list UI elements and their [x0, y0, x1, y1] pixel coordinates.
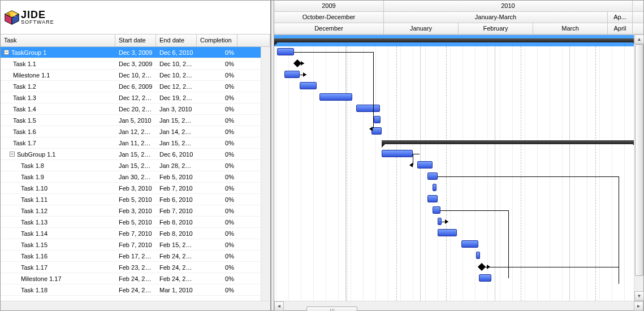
- summary-bar[interactable]: [382, 140, 636, 144]
- table-row[interactable]: Task 1.2Dec 6, 2009Dec 12, 20090%: [1, 81, 270, 92]
- timeline-cell[interactable]: February: [459, 23, 533, 34]
- cell-start: Feb 17, 2010: [115, 253, 156, 260]
- table-row[interactable]: Task 1.8Jan 15, 2010Jan 28, 20100%: [1, 160, 270, 171]
- task-bar[interactable]: [284, 71, 300, 78]
- gantt-row[interactable]: [274, 80, 643, 92]
- expander-icon[interactable]: −: [10, 152, 15, 157]
- task-bar[interactable]: [461, 240, 478, 248]
- jide-cube-icon: D E: [4, 10, 20, 25]
- table-row[interactable]: Task 1.14Feb 7, 2010Feb 8, 20100%: [1, 228, 270, 239]
- task-name: SubGroup 1.1: [17, 151, 56, 158]
- gantt-row[interactable]: [274, 92, 643, 103]
- timeline-cell[interactable]: 2009: [274, 1, 384, 11]
- table-row[interactable]: Task 1.11Feb 5, 2010Feb 6, 20100%: [1, 194, 270, 205]
- cell-start: Feb 3, 2010: [115, 208, 156, 214]
- task-bar[interactable]: [356, 105, 380, 112]
- hscrollbar-left[interactable]: [1, 301, 270, 310]
- table-row[interactable]: Milestone 1.1Dec 10, 2009Dec 10, 20090%: [1, 70, 270, 81]
- table-row[interactable]: −TaskGroup 1Dec 3, 2009Dec 6, 20100%: [1, 47, 270, 58]
- table-row[interactable]: Task 1.13Feb 5, 2010Feb 8, 20100%: [1, 217, 270, 228]
- col-extra[interactable]: [237, 34, 270, 46]
- gantt-row[interactable]: [274, 250, 643, 261]
- table-row[interactable]: Task 1.10Feb 3, 2010Feb 7, 20100%: [1, 183, 270, 194]
- cell-end: Feb 24, 2010: [156, 264, 197, 271]
- timeline-cell[interactable]: January-March: [384, 12, 608, 23]
- task-name: Task 1.3: [13, 94, 36, 101]
- table-row[interactable]: Task 1.17Feb 23, 2010Feb 24, 20100%: [1, 262, 270, 273]
- task-bar[interactable]: [438, 218, 442, 225]
- task-bar[interactable]: [427, 195, 438, 202]
- task-bar[interactable]: [319, 93, 352, 101]
- gantt-row[interactable]: [274, 148, 643, 159]
- timeline-cell[interactable]: October-December: [274, 12, 384, 23]
- task-bar[interactable]: [382, 150, 413, 157]
- table-row[interactable]: Task 1.6Jan 12, 2010Jan 14, 20100%: [1, 126, 270, 137]
- header-quarters[interactable]: October-DecemberJanuary-MarchAp...: [274, 12, 643, 23]
- table-row[interactable]: Task 1.9Jan 30, 2010Feb 5, 20100%: [1, 171, 270, 183]
- task-bar[interactable]: [374, 116, 381, 123]
- gantt-row[interactable]: [274, 216, 643, 227]
- task-bar[interactable]: [417, 161, 433, 169]
- table-row[interactable]: −SubGroup 1.1Jan 15, 2010Dec 6, 20100%: [1, 149, 270, 160]
- header-years[interactable]: 20092010: [274, 1, 643, 12]
- gantt-chart[interactable]: [274, 35, 643, 301]
- scroll-up-icon[interactable]: ▲: [634, 34, 644, 44]
- gantt-row[interactable]: [274, 193, 643, 205]
- timeline-cell[interactable]: 2010: [384, 1, 633, 11]
- task-name: Task 1.9: [21, 174, 44, 180]
- table-row[interactable]: Milestone 1.17Feb 24, 2010Feb 24, 20100%: [1, 273, 270, 284]
- task-bar[interactable]: [433, 206, 440, 214]
- gantt-row[interactable]: [274, 103, 643, 114]
- summary-bar[interactable]: [274, 38, 636, 42]
- scroll-down-icon[interactable]: ▼: [634, 291, 644, 301]
- timeline-cell[interactable]: Ap...: [608, 12, 633, 23]
- task-bar[interactable]: [300, 82, 317, 89]
- col-start[interactable]: Start date: [115, 34, 156, 46]
- scroll-left-icon[interactable]: ◄: [274, 301, 284, 311]
- gantt-row[interactable]: [274, 273, 643, 284]
- table-row[interactable]: Task 1.5Jan 5, 2010Jan 15, 20100%: [1, 115, 270, 126]
- table-row[interactable]: Task 1.18Feb 24, 2010Mar 1, 20100%: [1, 284, 270, 296]
- gantt-row[interactable]: [274, 227, 643, 239]
- expander-icon[interactable]: −: [4, 50, 9, 55]
- gantt-row[interactable]: [274, 114, 643, 126]
- vscrollbar-right[interactable]: ▲ ▼: [634, 34, 643, 301]
- table-row[interactable]: Task 1.15Feb 7, 2010Feb 15, 20100%: [1, 239, 270, 250]
- hscrollbar-right[interactable]: ◄ ►: [274, 301, 643, 310]
- task-bar[interactable]: [438, 229, 457, 236]
- gantt-row[interactable]: [274, 69, 643, 80]
- vscroll-track[interactable]: [634, 44, 643, 291]
- scroll-thumb[interactable]: [306, 306, 357, 311]
- gantt-row[interactable]: [274, 239, 643, 250]
- timeline-cell[interactable]: January: [384, 23, 459, 34]
- vscroll-thumb[interactable]: [635, 44, 643, 276]
- col-completion[interactable]: Completion: [197, 34, 237, 46]
- task-bar[interactable]: [277, 48, 294, 55]
- cell-comp: 0%: [197, 253, 237, 260]
- task-bar[interactable]: [427, 172, 438, 180]
- table-row[interactable]: Task 1.7Jan 11, 2010Jan 15, 20100%: [1, 137, 270, 149]
- task-bar[interactable]: [479, 274, 491, 282]
- table-row[interactable]: Task 1.4Dec 20, 2009Jan 3, 20100%: [1, 103, 270, 115]
- col-end[interactable]: End date: [156, 34, 197, 46]
- scroll-right-icon[interactable]: ►: [634, 301, 643, 311]
- gantt-row[interactable]: [274, 182, 643, 193]
- gantt-row[interactable]: [274, 58, 643, 69]
- table-row[interactable]: Task 1.12Feb 3, 2010Feb 7, 20100%: [1, 205, 270, 217]
- timeline-cell[interactable]: December: [274, 23, 384, 34]
- table-row[interactable]: Task 1.16Feb 17, 2010Feb 24, 20100%: [1, 250, 270, 262]
- gantt-row[interactable]: [274, 126, 643, 137]
- table-row[interactable]: Task 1.1Dec 3, 2009Dec 10, 20090%: [1, 58, 270, 70]
- gantt-row[interactable]: [274, 35, 643, 46]
- gantt-row[interactable]: [274, 159, 643, 171]
- timeline-cell[interactable]: April: [608, 23, 633, 34]
- timeline-cell[interactable]: March: [533, 23, 608, 34]
- table-row[interactable]: Task 1.3Dec 12, 2009Dec 19, 20090%: [1, 92, 270, 103]
- vscrollbar-left[interactable]: [261, 47, 270, 301]
- gantt-row[interactable]: [274, 137, 643, 148]
- task-bar[interactable]: [433, 184, 436, 191]
- col-task[interactable]: Task: [1, 34, 115, 46]
- task-bar[interactable]: [476, 252, 480, 259]
- task-name: Milestone 1.1: [13, 72, 50, 79]
- header-months[interactable]: DecemberJanuaryFebruaryMarchApril: [274, 23, 643, 34]
